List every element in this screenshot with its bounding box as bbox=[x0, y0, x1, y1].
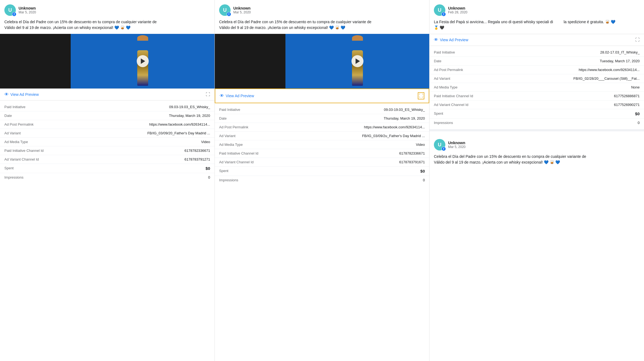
detail-row-media-type-1: Ad Media Type Video bbox=[0, 138, 214, 146]
detail-row-variant-1: Ad Variant FB/IG_03/09/20_Father's Day M… bbox=[0, 129, 214, 138]
label-permalink-1: Ad Post Permalink bbox=[4, 122, 43, 126]
expand-icon-2[interactable]: ⛶ bbox=[418, 92, 424, 99]
detail-row-variant-channel-2: Ad Variant Channel Id 6178783791671 bbox=[215, 158, 429, 167]
detail-row-variant-channel-3: Ad Variant Channel Id 6177526990271 bbox=[430, 100, 644, 109]
value-media-type-2: Video bbox=[416, 143, 425, 147]
play-button-1[interactable] bbox=[137, 55, 149, 67]
card-header-2: U f Unknown Mar 5, 2020 bbox=[215, 0, 429, 19]
value-paid-initiative-1: 09.03-19.03_ES_Whisky_ bbox=[169, 105, 210, 109]
header-info-3b: Unknown Mar 5, 2020 bbox=[448, 141, 466, 149]
avatar-initial-3: U bbox=[438, 7, 442, 13]
label-channel-id-1: Paid Initiative Channel Id bbox=[4, 149, 44, 153]
header-info-3: Unknown Feb 28, 2020 bbox=[448, 6, 467, 14]
value-paid-initiative-3: 28.02-17.03_IT_Whisky_ bbox=[600, 50, 640, 54]
post-date-2: Mar 5, 2020 bbox=[233, 10, 251, 14]
detail-row-channel-id-2: Paid Initiative Channel Id 6178782336671 bbox=[215, 149, 429, 158]
post-date-1: Mar 5, 2020 bbox=[19, 10, 36, 14]
fb-badge-2: f bbox=[227, 12, 231, 16]
header-info-2: Unknown Mar 5, 2020 bbox=[233, 6, 251, 14]
view-ad-link-3[interactable]: 👁 View Ad Preview bbox=[434, 37, 468, 42]
label-permalink-3: Ad Post Permalink bbox=[434, 68, 472, 72]
card-header-1: U f Unknown Mar 5, 2020 bbox=[0, 0, 214, 19]
view-ad-link-1[interactable]: 👁 View Ad Preview bbox=[4, 92, 39, 97]
header-info-1: Unknown Mar 5, 2020 bbox=[19, 6, 36, 14]
post-text-2: Celebra el Día del Padre con un 15% de d… bbox=[215, 19, 429, 34]
avatar-1: U f bbox=[4, 4, 16, 16]
label-paid-initiative-2: Paid Initiative bbox=[219, 108, 257, 112]
post-date-3b: Mar 5, 2020 bbox=[448, 145, 466, 149]
detail-row-permalink-1: Ad Post Permalink https://www.facebook.c… bbox=[0, 120, 214, 129]
card-header-3b: U f Unknown Mar 5, 2020 bbox=[430, 135, 644, 154]
value-variant-1: FB/IG_03/09/20_Father's Day Madrid ... bbox=[147, 131, 210, 135]
label-paid-initiative-3: Paid Initiative bbox=[434, 50, 472, 54]
label-spent-3: Spent bbox=[434, 111, 472, 116]
detail-row-media-type-3: Ad Media Type None bbox=[430, 83, 644, 92]
detail-row-paid-initiative-1: Paid Initiative 09.03-19.03_ES_Whisky_ bbox=[0, 103, 214, 111]
detail-row-permalink-3: Ad Post Permalink https://www.facebook.c… bbox=[430, 66, 644, 74]
view-ad-link-2[interactable]: 👁 View Ad Preview bbox=[220, 93, 254, 98]
ad-card-2: U f Unknown Mar 5, 2020 Celebra el Día d… bbox=[215, 0, 430, 361]
value-date-2: Thursday, March 19, 2020 bbox=[384, 116, 425, 120]
label-variant-channel-3: Ad Variant Channel Id bbox=[434, 103, 472, 107]
label-date-2: Date bbox=[219, 116, 257, 120]
value-channel-id-2: 6178782336671 bbox=[399, 151, 425, 155]
detail-row-spent-1: Spent $0 bbox=[0, 164, 214, 173]
avatar-initial-3b: U bbox=[438, 142, 442, 148]
value-spent-3: $0 bbox=[635, 111, 640, 116]
post-date-3: Feb 28, 2020 bbox=[448, 10, 467, 14]
second-post-3: U f Unknown Mar 5, 2020 Celebra el Día d… bbox=[430, 131, 644, 168]
ad-card-3: U f Unknown Feb 28, 2020 La Festa del Pa… bbox=[430, 0, 644, 361]
user-name-3b: Unknown bbox=[448, 141, 466, 145]
fb-badge-1: f bbox=[12, 12, 16, 16]
fb-badge-3b: f bbox=[442, 147, 446, 151]
user-name-3: Unknown bbox=[448, 6, 467, 10]
value-paid-initiative-2: 09.03-19.03_ES_Whisky_ bbox=[384, 108, 425, 112]
img-left-2 bbox=[215, 34, 285, 88]
view-ad-label-1: View Ad Preview bbox=[10, 92, 39, 97]
avatar-initial-1: U bbox=[8, 7, 12, 13]
value-permalink-2: https://www.facebook.com/92634114... bbox=[364, 125, 425, 129]
detail-row-impressions-2: Impressions 0 bbox=[215, 176, 429, 184]
ad-card-1: U f Unknown Mar 5, 2020 Celebra el Día d… bbox=[0, 0, 215, 361]
value-channel-id-3: 6177526886871 bbox=[614, 94, 640, 98]
expand-icon-1[interactable]: ⛶ bbox=[206, 92, 210, 97]
expand-icon-3[interactable]: ⛶ bbox=[635, 37, 640, 42]
detail-row-date-2: Date Thursday, March 19, 2020 bbox=[215, 114, 429, 123]
view-ad-row-3: 👁 View Ad Preview ⛶ bbox=[430, 34, 644, 46]
detail-row-permalink-2: Ad Post Permalink https://www.facebook.c… bbox=[215, 123, 429, 132]
detail-row-channel-id-1: Paid Initiative Channel Id 6178782336671 bbox=[0, 146, 214, 155]
avatar-2: U f bbox=[219, 4, 231, 16]
ad-image-2 bbox=[215, 34, 429, 88]
detail-row-date-3: Date Tuesday, March 17, 2020 bbox=[430, 57, 644, 66]
view-ad-label-3: View Ad Preview bbox=[440, 38, 468, 42]
detail-row-impressions-3: Impressions 0 bbox=[430, 119, 644, 127]
img-left-1 bbox=[0, 34, 71, 88]
label-permalink-2: Ad Post Permalink bbox=[219, 125, 257, 129]
label-impressions-1: Impressions bbox=[4, 175, 43, 179]
value-date-3: Tuesday, March 17, 2020 bbox=[600, 59, 640, 63]
label-variant-3: Ad Variant bbox=[434, 76, 472, 81]
label-media-type-3: Ad Media Type bbox=[434, 85, 472, 89]
detail-row-channel-id-3: Paid Initiative Channel Id 6177526886871 bbox=[430, 92, 644, 100]
value-variant-channel-2: 6178783791671 bbox=[399, 160, 425, 164]
label-variant-1: Ad Variant bbox=[4, 131, 43, 135]
value-variant-2: FB/IG_03/09/2u_Father's Day Madrid ... bbox=[362, 134, 425, 138]
detail-row-paid-initiative-3: Paid Initiative 28.02-17.03_IT_Whisky_ bbox=[430, 48, 644, 57]
card-divider-3 bbox=[430, 129, 644, 131]
detail-row-variant-channel-1: Ad Variant Channel Id 6178783791271 bbox=[0, 155, 214, 164]
card-header-3: U f Unknown Feb 28, 2020 bbox=[430, 0, 644, 19]
value-media-type-1: Video bbox=[201, 140, 210, 144]
label-media-type-1: Ad Media Type bbox=[4, 140, 43, 144]
value-impressions-1: 0 bbox=[208, 175, 210, 179]
avatar-3b: U f bbox=[434, 139, 445, 150]
value-spent-2: $0 bbox=[420, 169, 425, 173]
eye-icon-1: 👁 bbox=[4, 92, 9, 97]
label-variant-2: Ad Variant bbox=[219, 134, 257, 138]
value-permalink-3: https://www.facebook.com/92634114... bbox=[579, 68, 640, 72]
label-date-1: Date bbox=[4, 114, 43, 118]
detail-row-spent-3: Spent $0 bbox=[430, 109, 644, 119]
post-text-3b: Celebra el Día del Padre con un 15% de d… bbox=[430, 154, 644, 168]
play-button-2[interactable] bbox=[351, 55, 363, 67]
user-name-2: Unknown bbox=[233, 6, 251, 10]
label-variant-channel-2: Ad Variant Channel Id bbox=[219, 160, 257, 164]
